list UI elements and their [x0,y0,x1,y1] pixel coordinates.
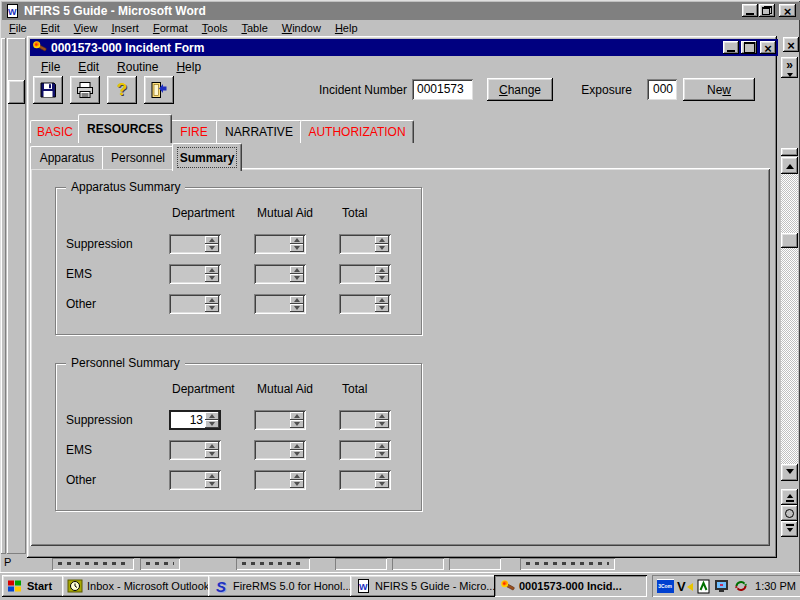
word-menu-format[interactable]: Format [146,21,195,36]
subtab-summary[interactable]: Summary [172,143,242,171]
word-doc-close-button[interactable] [783,37,799,52]
form-menu-help[interactable]: Help [167,59,210,75]
spin-up-icon[interactable] [375,236,389,244]
word-menu-help[interactable]: Help [328,21,365,36]
form-menu-routine[interactable]: Routine [108,59,167,75]
spin-personnel-ems-total[interactable] [339,440,391,460]
spin-up-icon[interactable] [290,472,304,480]
word-menu-file[interactable]: File [2,21,34,36]
spin-down-icon[interactable] [375,274,389,282]
display-icon[interactable] [714,578,730,594]
word-menu-view[interactable]: View [67,21,105,36]
scroll-down-button[interactable] [781,464,798,481]
spin-apparatus-ems-department[interactable] [169,264,221,284]
incident-number-field[interactable]: 0001573 [412,79,473,100]
word-menu-table[interactable]: Table [234,21,274,36]
spin-personnel-suppression-mutual-aid[interactable] [254,410,306,430]
spin-down-icon[interactable] [290,420,304,428]
word-minimize-button[interactable] [742,4,758,17]
spin-up-icon[interactable] [205,442,219,450]
spin-up-icon[interactable] [290,296,304,304]
form-menu-file[interactable]: File [32,59,69,75]
subtab-personnel[interactable]: Personnel [102,146,174,169]
spin-down-icon[interactable] [290,244,304,252]
new-button[interactable]: New [683,78,755,101]
word-menu-edit[interactable]: Edit [34,21,67,36]
spin-apparatus-suppression-mutual-aid[interactable] [254,234,306,254]
toolbar-overflow-button[interactable] [781,57,798,78]
spin-apparatus-ems-total[interactable] [339,264,391,284]
volume-v-icon[interactable]: V [677,579,693,594]
exposure-field[interactable]: 000 [647,79,677,100]
spin-down-icon[interactable] [290,480,304,488]
scrollbar-track[interactable] [781,174,798,464]
split-handle[interactable] [781,148,798,156]
spin-down-icon[interactable] [375,420,389,428]
spin-down-icon[interactable] [290,304,304,312]
next-page-button[interactable] [781,521,798,537]
form-minimize-button[interactable] [723,41,739,54]
spin-personnel-other-total[interactable] [339,470,391,490]
exit-button[interactable] [144,76,174,104]
spin-personnel-other-mutual-aid[interactable] [254,470,306,490]
spin-personnel-ems-department[interactable] [169,440,221,460]
form-close-button[interactable] [760,41,776,54]
previous-page-button[interactable] [781,489,798,505]
word-menu-insert[interactable]: Insert [104,21,146,36]
spin-up-icon[interactable] [205,472,219,480]
sync-icon[interactable] [733,578,749,594]
start-button[interactable]: Start [2,575,66,597]
spin-personnel-suppression-department[interactable]: 13 [169,410,221,430]
spin-up-icon[interactable] [205,412,219,420]
word-menu-window[interactable]: Window [275,21,328,36]
spin-apparatus-suppression-total[interactable] [339,234,391,254]
taskbar-task-word[interactable]: W NFIRS 5 Guide - Micro... [350,575,501,597]
spin-down-icon[interactable] [205,450,219,458]
spin-down-icon[interactable] [205,244,219,252]
tab-narrative[interactable]: NARRATIVE [216,120,302,143]
spin-down-icon[interactable] [205,420,219,428]
spin-up-icon[interactable] [375,296,389,304]
taskbar-task-outlook[interactable]: Inbox - Microsoft Outlook [62,575,215,597]
spin-down-icon[interactable] [375,244,389,252]
tab-fire[interactable]: FIRE [170,120,218,143]
spin-personnel-ems-mutual-aid[interactable] [254,440,306,460]
spin-up-icon[interactable] [290,236,304,244]
spin-apparatus-other-department[interactable] [169,294,221,314]
novell-icon[interactable] [696,578,711,594]
spin-apparatus-other-total[interactable] [339,294,391,314]
help-button[interactable]: ? [107,76,137,104]
spin-down-icon[interactable] [375,304,389,312]
spin-up-icon[interactable] [290,412,304,420]
form-menu-edit[interactable]: Edit [69,59,108,75]
tab-basic[interactable]: BASIC [30,120,80,143]
spin-up-icon[interactable] [205,236,219,244]
spin-down-icon[interactable] [290,450,304,458]
3com-icon[interactable]: 3Com [657,579,674,593]
spin-personnel-other-department[interactable] [169,470,221,490]
scroll-up-button[interactable] [781,157,798,174]
print-button[interactable] [70,76,100,104]
spin-up-icon[interactable] [290,266,304,274]
taskbar-task-incident-form[interactable]: 0001573-000 Incid... [494,575,647,597]
spin-apparatus-other-mutual-aid[interactable] [254,294,306,314]
spin-down-icon[interactable] [205,274,219,282]
spin-apparatus-suppression-department[interactable] [169,234,221,254]
spin-up-icon[interactable] [375,442,389,450]
spin-apparatus-ems-mutual-aid[interactable] [254,264,306,284]
spin-down-icon[interactable] [375,480,389,488]
tab-resources[interactable]: RESOURCES [78,114,172,143]
tab-authorization[interactable]: AUTHORIZATION [300,120,414,143]
spin-up-icon[interactable] [375,472,389,480]
spin-down-icon[interactable] [205,304,219,312]
spin-up-icon[interactable] [205,266,219,274]
word-close-button[interactable] [779,4,796,17]
spin-up-icon[interactable] [375,412,389,420]
scrollbar-thumb[interactable] [781,233,798,248]
spin-up-icon[interactable] [375,266,389,274]
taskbar-task-firerms[interactable]: S FireRMS 5.0 for Honol... [208,575,356,597]
form-maximize-button[interactable] [741,41,757,54]
spin-personnel-suppression-total[interactable] [339,410,391,430]
subtab-apparatus[interactable]: Apparatus [30,146,104,169]
spin-up-icon[interactable] [205,296,219,304]
